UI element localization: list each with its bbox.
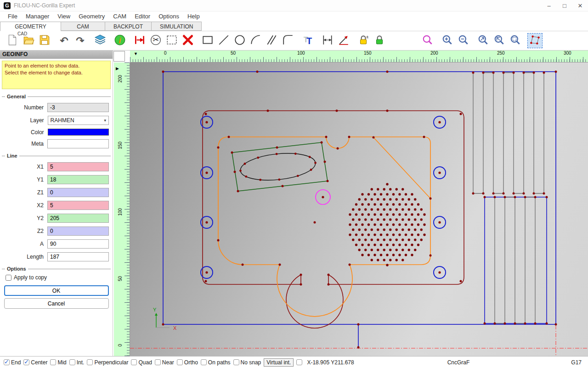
dimension-button[interactable] [320,33,335,48]
ruler-label: 100 [118,207,123,217]
menu-cam[interactable]: CAM [109,11,130,22]
layers-button[interactable] [92,33,107,48]
fixture-outline[interactable] [232,142,328,191]
trim-button[interactable]: ✂ [148,33,163,48]
snap-int-[interactable]: Int. [69,359,85,366]
delete-button[interactable] [180,33,195,48]
tab-backplot[interactable]: BACKPLOT [105,22,152,31]
parallel-button[interactable] [264,33,279,48]
extra-snap-checkbox[interactable] [296,359,302,365]
right-pocket[interactable] [485,197,547,323]
color-swatch[interactable] [48,129,109,136]
tab-simulation[interactable]: SIMULATION [152,22,202,31]
app-logo-icon: G [4,2,11,9]
tab-geometry[interactable]: GEOMETRY [0,22,61,31]
ok-button[interactable]: OK [4,285,109,296]
number-input[interactable] [47,103,109,112]
snap-center[interactable]: Center [23,359,47,366]
checkbox-icon[interactable] [23,359,29,365]
circle-button[interactable] [232,33,247,48]
layer-select[interactable]: RAHMEN ▾ [48,116,109,125]
minimize-button[interactable]: – [541,0,557,11]
ruler-label: 150 [364,51,372,56]
checkbox-icon[interactable] [201,359,207,365]
length-input[interactable] [47,252,109,261]
vertical-ruler: ▶ 200150100500 [114,62,130,356]
panel-title: GEOINFO [0,51,113,59]
apply-to-copy-checkbox[interactable] [6,275,11,281]
close-button[interactable]: ✕ [572,0,588,11]
checkbox-icon[interactable] [69,359,75,365]
chamfer-button[interactable] [280,33,295,48]
select-rect-button[interactable] [164,33,179,48]
zoom-window-button[interactable] [508,33,523,48]
menu-geometry[interactable]: Geometry [74,11,109,22]
gcode-plane-label: G17 [571,359,584,366]
virtual-int-button[interactable]: Virtual int. [264,358,294,367]
postprocessor-label: CncGraF [447,359,470,366]
checkbox-icon[interactable] [4,359,10,365]
menu-view[interactable]: View [53,11,74,22]
z1-input[interactable] [47,188,109,197]
lock-button[interactable] [372,33,387,48]
undo-button[interactable]: ↶ [57,33,72,48]
y1-label: Y1 [0,176,44,183]
apply-to-copy-label: Apply to copy [14,274,47,281]
zoom-in-button[interactable] [440,33,455,48]
maximize-button[interactable]: □ [557,0,572,11]
panel-outline[interactable] [203,111,464,328]
ellipse-element[interactable] [239,150,317,184]
comb-path-lower[interactable] [495,197,535,323]
y2-input[interactable] [47,214,109,223]
checkbox-icon[interactable] [177,359,183,365]
zoom-previous-icon [422,34,434,47]
z2-input[interactable] [47,226,109,236]
snap-no-snap[interactable]: No snap [233,359,261,366]
redo-button[interactable]: ↷ [73,33,88,48]
ruler-label: 150 [118,141,123,151]
zoom-previous-button[interactable] [420,33,435,48]
x2-input[interactable] [47,201,109,210]
arc-button[interactable] [248,33,263,48]
x1-input[interactable] [47,162,109,171]
snap-near[interactable]: Near [155,359,174,366]
text-button[interactable]: TT [300,33,315,48]
snap-mid[interactable]: Mid [50,359,66,366]
snap-perpendicular[interactable]: Perpendicular [87,359,128,366]
comb-path-upper[interactable] [473,73,544,193]
snap-on-paths[interactable]: On paths [201,359,231,366]
tab-cam[interactable]: CAM [61,22,105,31]
menu-help[interactable]: Help [183,11,204,22]
checkbox-icon[interactable] [233,359,239,365]
checkbox-icon[interactable] [87,359,93,365]
zoom-out-button[interactable] [456,33,471,48]
y1-input[interactable] [47,175,109,184]
a-input[interactable] [47,239,109,249]
lock-tolerance-button[interactable]: ± [356,33,371,48]
point-move-icon [134,34,146,47]
snap-quad[interactable]: Quad [131,359,152,366]
checkbox-icon[interactable] [50,359,56,365]
cancel-button[interactable]: Cancel [4,298,109,309]
menu-options[interactable]: Options [154,11,183,22]
checkbox-icon[interactable] [155,359,161,365]
menu-file[interactable]: File [4,11,22,22]
line-button[interactable] [216,33,231,48]
point-move-button[interactable] [132,33,147,48]
save-button[interactable] [37,33,52,48]
zoom-selected-button[interactable] [492,33,507,48]
menu-editor[interactable]: Editor [130,11,154,22]
meta-input[interactable] [47,139,109,148]
menu-manager[interactable]: Manager [22,11,53,22]
zoom-out-icon [458,34,469,47]
info-button[interactable]: i [112,33,127,48]
outer-frame[interactable] [163,72,556,324]
zoom-extents-button[interactable] [475,33,491,48]
cad-canvas[interactable]: Y X [130,62,588,356]
leader-button[interactable] [336,33,351,48]
snap-end[interactable]: End [4,359,21,366]
snap-ortho[interactable]: Ortho [177,359,198,366]
rectangle-button[interactable] [200,33,215,48]
checkbox-icon[interactable] [131,359,137,365]
edit-points-button[interactable] [527,33,543,48]
